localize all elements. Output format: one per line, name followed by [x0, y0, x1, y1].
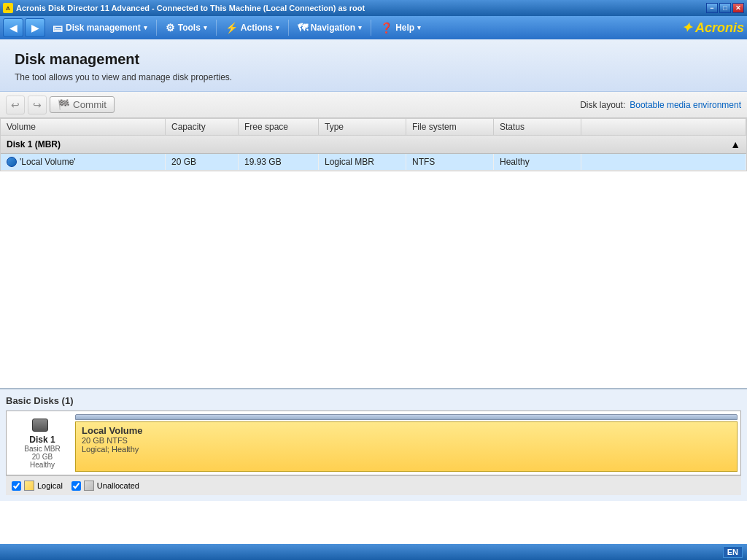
menu-item-actions[interactable]: ⚡ Actions ▾	[220, 18, 285, 37]
acronis-logo: ✦ Acronis	[681, 20, 744, 36]
table-row[interactable]: 'Local Volume' 20 GB 19.93 GB Logical MB…	[1, 154, 746, 171]
legend-row: Logical Unallocated	[6, 475, 741, 495]
collapse-icon[interactable]: ▲	[730, 139, 740, 150]
help-icon: ❓	[380, 22, 392, 34]
cell-capacity: 20 GB	[166, 154, 239, 170]
bootable-media-link[interactable]: Bootable media environment	[630, 100, 741, 110]
partition-name: Local Volume	[82, 425, 731, 436]
menu-bar: ◀ ▶ 🖴 Disk management ▾ ⚙ Tools ▾ ⚡ Acti…	[0, 16, 747, 39]
disk-type: Basic MBR	[24, 445, 60, 453]
menu-separator-2	[216, 20, 217, 36]
disk-size: 20 GB	[32, 453, 53, 461]
disk-table: Volume Capacity Free space Type File sys…	[0, 118, 747, 171]
main-content: Disk management The tool allows you to v…	[0, 39, 747, 560]
bottom-section: Basic Disks (1) Disk 1 Basic MBR 20 GB H…	[0, 388, 747, 501]
logical-checkbox[interactable]	[12, 481, 21, 491]
menu-separator-1	[156, 20, 157, 36]
app-icon: A	[3, 3, 13, 13]
actions-icon: ⚡	[225, 22, 238, 34]
title-controls: − □ ✕	[706, 3, 744, 13]
minimize-button[interactable]: −	[706, 3, 718, 13]
chevron-down-icon-4: ▾	[358, 24, 362, 31]
window-title: Acronis Disk Director 11 Advanced - Conn…	[16, 4, 365, 12]
header-section: Disk management The tool allows you to v…	[0, 39, 747, 92]
partition-type: Logical; Healthy	[82, 445, 731, 454]
table-header-row: Volume Capacity Free space Type File sys…	[1, 119, 746, 136]
disk-table-area: Volume Capacity Free space Type File sys…	[0, 118, 747, 388]
disk-name: Disk 1	[29, 435, 55, 445]
disk-icon	[32, 417, 53, 433]
disk-label-area: Disk 1 Basic MBR 20 GB Healthy	[9, 414, 75, 472]
col-status: Status	[494, 119, 581, 135]
menu-separator-3	[288, 20, 289, 36]
partition-size: 20 GB NTFS	[82, 436, 731, 445]
menu-item-help[interactable]: ❓ Help ▾	[374, 18, 427, 37]
cell-type: Logical MBR	[319, 154, 406, 170]
cell-free-space: 19.93 GB	[239, 154, 319, 170]
chevron-down-icon: ▾	[144, 24, 147, 31]
partition-body[interactable]: Local Volume 20 GB NTFS Logical; Healthy	[75, 421, 738, 472]
logical-label: Logical	[37, 481, 63, 490]
disk-status: Healthy	[30, 461, 55, 469]
page-description: The tool allows you to view and manage d…	[15, 72, 732, 82]
commit-icon: 🏁	[58, 99, 70, 110]
unallocated-checkbox[interactable]	[71, 481, 81, 491]
col-volume: Volume	[1, 119, 166, 135]
title-bar: A Acronis Disk Director 11 Advanced - Co…	[0, 0, 747, 16]
menu-label-tools: Tools	[178, 23, 201, 33]
menu-label-navigation: Navigation	[311, 23, 355, 33]
col-filesystem: File system	[406, 119, 494, 135]
navigation-icon: 🗺	[298, 22, 308, 34]
legend-item-logical: Logical	[12, 481, 63, 491]
col-extra	[581, 119, 746, 135]
cell-status: Healthy	[494, 154, 581, 170]
logical-legend-box	[24, 481, 34, 491]
title-bar-left: A Acronis Disk Director 11 Advanced - Co…	[3, 3, 365, 13]
language-badge[interactable]: EN	[723, 546, 743, 558]
disk-partition-area[interactable]: Local Volume 20 GB NTFS Logical; Healthy	[75, 414, 738, 472]
page-title: Disk management	[15, 51, 732, 68]
chevron-down-icon-3: ▾	[276, 24, 279, 31]
disk-management-icon: 🖴	[53, 22, 63, 34]
disk-visual-row: Disk 1 Basic MBR 20 GB Healthy Local Vol…	[6, 411, 741, 475]
cell-filesystem: NTFS	[406, 154, 494, 170]
col-free-space: Free space	[239, 119, 319, 135]
cell-volume: 'Local Volume'	[1, 154, 166, 170]
menu-separator-4	[371, 20, 371, 36]
toolbar: ↩ ↪ 🏁 Commit Disk layout: Bootable media…	[0, 92, 747, 118]
menu-item-navigation[interactable]: 🗺 Navigation ▾	[292, 18, 368, 37]
disk-layout-area: Disk layout: Bootable media environment	[580, 100, 741, 110]
chevron-down-icon-5: ▾	[417, 24, 421, 31]
menu-label-actions: Actions	[241, 23, 273, 33]
back-button[interactable]: ◀	[3, 18, 23, 37]
menu-label-help: Help	[395, 23, 414, 33]
redo-button[interactable]: ↪	[28, 96, 47, 114]
commit-button[interactable]: 🏁 Commit	[50, 96, 115, 113]
col-type: Type	[319, 119, 406, 135]
status-bar: EN	[0, 544, 747, 560]
close-button[interactable]: ✕	[732, 3, 744, 13]
forward-button[interactable]: ▶	[25, 18, 45, 37]
disk-group-name: Disk 1 (MBR)	[7, 139, 61, 149]
menu-item-disk-management[interactable]: 🖴 Disk management ▾	[47, 18, 153, 37]
chevron-down-icon-2: ▾	[204, 24, 207, 31]
unalloc-legend-box	[84, 481, 94, 491]
app-window: A Acronis Disk Director 11 Advanced - Co…	[0, 0, 747, 560]
disk-group-disk1[interactable]: Disk 1 (MBR) ▲	[1, 136, 746, 154]
logo-area: ✦ Acronis	[681, 20, 744, 36]
disk-layout-label: Disk layout:	[580, 100, 625, 110]
partition-header-bar	[75, 414, 738, 420]
basic-disks-title: Basic Disks (1)	[6, 395, 741, 406]
menu-label-disk-management: Disk management	[66, 23, 141, 33]
hdd-icon	[32, 419, 48, 432]
menu-item-tools[interactable]: ⚙ Tools ▾	[160, 18, 213, 37]
cell-extra	[581, 154, 746, 170]
commit-label: Commit	[73, 99, 107, 110]
undo-button[interactable]: ↩	[6, 96, 25, 114]
tools-icon: ⚙	[166, 22, 175, 34]
maximize-button[interactable]: □	[719, 3, 731, 13]
col-capacity: Capacity	[166, 119, 239, 135]
legend-item-unallocated: Unallocated	[71, 481, 139, 491]
unallocated-label: Unallocated	[97, 481, 139, 490]
volume-icon	[7, 157, 17, 167]
